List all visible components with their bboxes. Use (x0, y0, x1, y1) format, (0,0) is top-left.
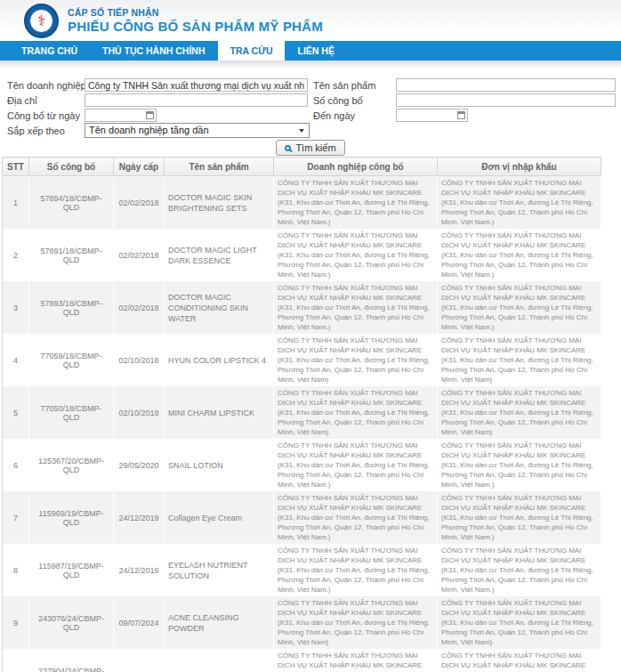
col-header-don-vi-nhap-khau: Đơn vị nhập khẩu (438, 158, 601, 176)
ministry-of-health-logo-icon: ⚕ (24, 4, 59, 38)
site-subtitle: CẤP SỐ TIẾP NHẬN (68, 7, 323, 18)
cell-so-cong-bo: 243076/24/CBMP-QLD (29, 596, 114, 649)
cell-stt: 8 (3, 544, 29, 596)
date-to-label: Đến ngày (313, 110, 355, 121)
cell-stt: 3 (3, 281, 29, 334)
table-row[interactable]: 1 57894/18/CBMP-QLD 02/02/2018 DOCTOR MA… (3, 176, 601, 230)
cell-doanh-nghiep: CÔNG TY TNHH SẢN XUẤT THƯƠNG MẠI DỊCH VỤ… (274, 229, 438, 281)
chevron-down-icon (299, 129, 304, 133)
page-title: PHIẾU CÔNG BỐ SẢN PHẨM MỸ PHẨM (68, 19, 323, 34)
cell-so-cong-bo: 57891/18/CBMP-QLD (29, 229, 114, 281)
company-name-input[interactable] (85, 78, 308, 92)
cell-ngay-cap: 02/10/2018 (114, 334, 165, 386)
main-nav: TRANG CHỦ THỦ TỤC HÀNH CHÍNH TRA CỨU LIÊ… (0, 41, 621, 61)
cell-ten-san-pham: DOCTOR MAGIC CONDITIONING SKIN WATER (165, 281, 274, 334)
cell-so-cong-bo: 57894/18/CBMP-QLD (29, 176, 114, 230)
site-title-block: CẤP SỐ TIẾP NHẬN PHIẾU CÔNG BỐ SẢN PHẨM … (68, 7, 323, 34)
declaration-number-input[interactable] (396, 93, 616, 107)
cell-ten-san-pham: ACNE CLEANSING POWDER (165, 596, 274, 649)
cell-doanh-nghiep: CÔNG TY TNHH SẢN XUẤT THƯƠNG MẠI DỊCH VỤ… (274, 176, 438, 230)
cell-doanh-nghiep: CÔNG TY TNHH SẢN XUẤT THƯƠNG MẠI DỊCH VỤ… (274, 386, 438, 439)
nav-shadow (0, 61, 621, 68)
cell-so-cong-bo: 115987/19/CBMP-QLD (29, 544, 114, 596)
cell-so-cong-bo: 57893/18/CBMP-QLD (29, 281, 114, 334)
cell-ten-san-pham: SNAIL LOTION (165, 439, 274, 491)
cell-don-vi-nhap-khau: CÔNG TY TNHH SẢN XUẤT THƯƠNG MẠI DỊCH VỤ… (438, 596, 601, 649)
cell-don-vi-nhap-khau: CÔNG TY TNHH SẢN XUẤT THƯƠNG MẠI DỊCH VỤ… (438, 281, 601, 334)
sort-by-select[interactable]: Tên doanh nghiệp tăng dần (85, 123, 310, 138)
cell-doanh-nghiep: CÔNG TY TNHH SẢN XUẤT THƯƠNG MẠI DỊCH VỤ… (274, 544, 438, 596)
search-button-row: Tìm kiếm (0, 140, 621, 156)
cell-stt: 7 (3, 491, 29, 544)
nav-item-thu-tuc-hanh-chinh[interactable]: THỦ TỤC HÀNH CHÍNH (90, 41, 218, 61)
cell-doanh-nghiep: CÔNG TY TNHH SẢN XUẤT THƯƠNG MẠI DỊCH VỤ… (274, 596, 438, 649)
cell-so-cong-bo: 237904/24/CBMP-QLD (29, 649, 114, 672)
product-name-label: Tên sản phẩm (313, 80, 375, 91)
calendar-icon[interactable] (457, 111, 465, 119)
date-from-label: Công bố từ ngày (7, 110, 80, 121)
nav-item-trang-chu[interactable]: TRANG CHỦ (9, 41, 90, 61)
search-form: Tên doanh nghiệp Tên sản phẩm Địa chỉ Số… (0, 78, 621, 157)
address-input[interactable] (85, 93, 308, 107)
cell-ten-san-pham: EYELASH NUTRIENT SOLUTION (165, 544, 274, 596)
caduceus-icon: ⚕ (37, 13, 45, 28)
cell-ten-san-pham: DOCTOR MAGIC LIGHT DARK ESSENCE (165, 229, 274, 281)
cell-ngay-cap: 24/05/2024 (114, 649, 165, 672)
page: ⚕ CẤP SỐ TIẾP NHẬN PHIẾU CÔNG BỐ SẢN PHẨ… (0, 0, 621, 672)
col-header-so-cong-bo: Số công bố (29, 158, 114, 176)
col-header-ngay-cap: Ngày cấp (114, 158, 165, 176)
cell-ten-san-pham: INSTANT FIRMING SERUM (165, 649, 274, 672)
table-row[interactable]: 10 237904/24/CBMP-QLD 24/05/2024 INSTANT… (3, 649, 601, 672)
results-table-header: STT Số công bố Ngày cấp Tên sản phẩm Doa… (3, 158, 601, 176)
cell-so-cong-bo: 77050/18/CBMP-QLD (29, 386, 114, 439)
results-table: STT Số công bố Ngày cấp Tên sản phẩm Doa… (2, 157, 601, 672)
cell-ten-san-pham: Collagen Eye Cream (165, 491, 274, 544)
search-button[interactable]: Tìm kiếm (276, 140, 344, 156)
table-row[interactable]: 9 243076/24/CBMP-QLD 09/07/2024 ACNE CLE… (3, 596, 601, 649)
cell-don-vi-nhap-khau: CÔNG TY TNHH SẢN XUẤT THƯƠNG MẠI DỊCH VỤ… (438, 439, 601, 491)
table-row[interactable]: 3 57893/18/CBMP-QLD 02/02/2018 DOCTOR MA… (3, 281, 601, 334)
cell-ngay-cap: 24/12/2019 (114, 544, 165, 596)
product-name-input[interactable] (396, 78, 616, 92)
cell-ngay-cap: 02/10/2018 (114, 386, 165, 439)
cell-don-vi-nhap-khau: CÔNG TY TNHH SẢN XUẤT THƯƠNG MẠI DỊCH VỤ… (438, 229, 601, 281)
site-header: ⚕ CẤP SỐ TIẾP NHẬN PHIẾU CÔNG BỐ SẢN PHẨ… (0, 0, 621, 41)
company-name-label: Tên doanh nghiệp (7, 80, 86, 91)
cell-don-vi-nhap-khau: CÔNG TY TNHH SẢN XUẤT THƯƠNG MẠI DỊCH VỤ… (438, 334, 601, 386)
table-row[interactable]: 2 57891/18/CBMP-QLD 02/02/2018 DOCTOR MA… (3, 229, 601, 281)
cell-stt: 5 (3, 386, 29, 439)
cell-don-vi-nhap-khau: CÔNG TY TNHH SẢN XUẤT THƯƠNG MẠI DỊCH VỤ… (438, 176, 601, 230)
cell-ngay-cap: 09/07/2024 (114, 596, 165, 649)
cell-stt: 6 (3, 439, 29, 491)
nav-item-tra-cuu[interactable]: TRA CỨU (218, 41, 286, 61)
cell-stt: 2 (3, 229, 29, 281)
cell-doanh-nghiep: CÔNG TY TNHH SẢN XUẤT THƯƠNG MẠI DỊCH VỤ… (274, 334, 438, 386)
nav-item-lien-he[interactable]: LIÊN HỆ (285, 41, 346, 61)
cell-stt: 10 (3, 649, 29, 672)
cell-so-cong-bo: 77059/18/CBMP-QLD (29, 334, 114, 386)
calendar-icon[interactable] (146, 111, 154, 119)
cell-so-cong-bo: 125367/20/CBMP-QLD (29, 439, 114, 491)
sort-by-label: Sắp xếp theo (7, 125, 65, 136)
cell-don-vi-nhap-khau: CÔNG TY TNHH SẢN XUẤT THƯƠNG MẠI DỊCH VỤ… (438, 649, 601, 672)
cell-don-vi-nhap-khau: CÔNG TY TNHH SẢN XUẤT THƯƠNG MẠI DỊCH VỤ… (438, 544, 601, 596)
cell-doanh-nghiep: CÔNG TY TNHH SẢN XUẤT THƯƠNG MẠI DỊCH VỤ… (274, 649, 438, 672)
cell-stt: 1 (3, 176, 29, 230)
date-to-field (396, 109, 468, 122)
cell-ten-san-pham: MINI CHARM LIPSTICK (165, 386, 274, 439)
cell-don-vi-nhap-khau: CÔNG TY TNHH SẢN XUẤT THƯƠNG MẠI DỊCH VỤ… (438, 491, 601, 544)
cell-doanh-nghiep: CÔNG TY TNHH SẢN XUẤT THƯƠNG MẠI DỊCH VỤ… (274, 281, 438, 334)
declaration-number-label: Số công bố (313, 95, 363, 106)
results-table-body: 1 57894/18/CBMP-QLD 02/02/2018 DOCTOR MA… (3, 176, 601, 672)
cell-ngay-cap: 24/12/2019 (114, 491, 165, 544)
table-row[interactable]: 7 115969/19/CBMP-QLD 24/12/2019 Collagen… (3, 491, 601, 544)
table-row[interactable]: 5 77050/18/CBMP-QLD 02/10/2018 MINI CHAR… (3, 386, 601, 439)
table-row[interactable]: 8 115987/19/CBMP-QLD 24/12/2019 EYELASH … (3, 544, 601, 596)
cell-ngay-cap: 02/02/2018 (114, 281, 165, 334)
cell-so-cong-bo: 115969/19/CBMP-QLD (29, 491, 114, 544)
table-row[interactable]: 6 125367/20/CBMP-QLD 29/05/2020 SNAIL LO… (3, 439, 601, 491)
cell-doanh-nghiep: CÔNG TY TNHH SẢN XUẤT THƯƠNG MẠI DỊCH VỤ… (274, 491, 438, 544)
table-row[interactable]: 4 77059/18/CBMP-QLD 02/10/2018 HYUN COLO… (3, 334, 601, 386)
col-header-stt: STT (3, 158, 29, 176)
cell-ten-san-pham: HYUN COLOR LIPSTICK 4 (165, 334, 274, 386)
